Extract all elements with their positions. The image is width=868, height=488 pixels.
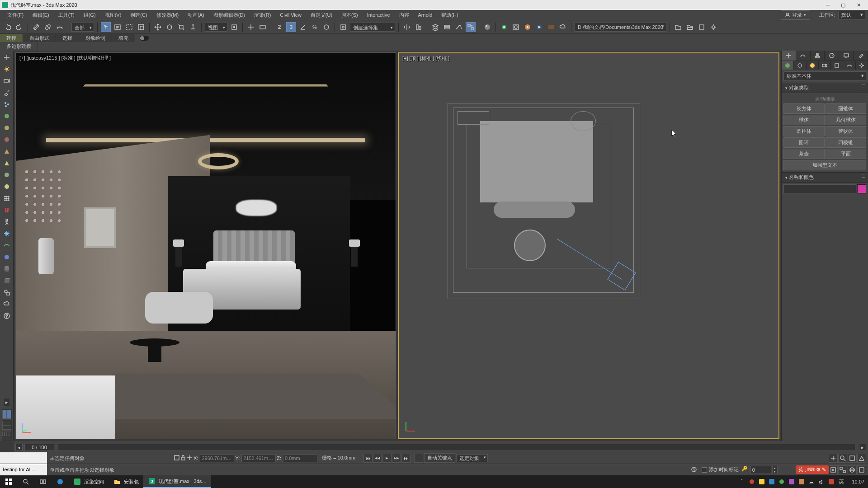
menu-interactive[interactable]: Interactive	[363, 11, 395, 19]
layout-2v-button[interactable]	[2, 409, 12, 419]
tray-network-icon[interactable]	[807, 478, 816, 486]
manipulate-button[interactable]	[246, 22, 256, 32]
align-button[interactable]	[414, 22, 424, 32]
ribbon-tab-objectpaint[interactable]: 对象绘制	[79, 34, 112, 42]
frame-spinner[interactable]: ▴▾	[772, 466, 778, 474]
dock-flyout-arrow[interactable]: ▸	[4, 399, 9, 406]
sphere-icon[interactable]	[2, 111, 12, 121]
set-key-button[interactable]	[414, 454, 423, 463]
mirror-button[interactable]	[402, 22, 412, 32]
toggle-ribbon-button[interactable]	[442, 22, 452, 32]
maximize-viewport-button[interactable]	[857, 465, 866, 474]
timeconfig-icon[interactable]	[691, 466, 697, 474]
schematic-view-button[interactable]	[466, 22, 476, 32]
ribbon-sub-polymodeling[interactable]: 多边形建模	[0, 42, 38, 51]
redo-button[interactable]	[14, 22, 24, 32]
taskbar-clock[interactable]: 10:07	[848, 479, 868, 484]
maxscript-listener-2[interactable]: Testing for AL…	[0, 464, 47, 475]
move-button[interactable]	[153, 22, 163, 32]
tray-app6-icon[interactable]	[797, 478, 806, 486]
viewport-camera[interactable]: [+] [justeasy1215 ] [标准 ] [默认明暗处理 ]	[15, 52, 396, 439]
bind-spacewrap-button[interactable]	[55, 22, 65, 32]
create-tab[interactable]	[782, 51, 796, 61]
picker-icon[interactable]	[2, 88, 12, 98]
named-selection-dropdown[interactable]: 创建选择集	[350, 23, 395, 32]
menu-civilview[interactable]: Civil View	[275, 11, 306, 19]
percent-snap-button[interactable]: %	[310, 22, 320, 32]
tray-app2-icon[interactable]	[758, 478, 766, 486]
maximize-button[interactable]: ▢	[835, 0, 851, 10]
autokey-button[interactable]: 自动关键点	[424, 453, 455, 463]
goto-start-button[interactable]: ⏮	[363, 454, 373, 463]
menu-arnold[interactable]: Arnold	[414, 11, 437, 19]
current-frame-input[interactable]	[750, 466, 771, 474]
camera-dock-icon[interactable]	[2, 76, 12, 86]
system-tray[interactable]: ˄ 英	[735, 478, 848, 486]
key-mode-button[interactable]: 🔑	[741, 466, 750, 474]
timeslider-prev-button[interactable]: ◂	[15, 444, 23, 451]
keyboard-shortcut-button[interactable]	[258, 22, 268, 32]
cameras-subtab[interactable]	[819, 61, 831, 70]
ribbon-tab-populate[interactable]: 填充	[112, 34, 135, 42]
spacewrap-icon[interactable]	[2, 240, 12, 250]
play-button[interactable]: ▸	[382, 454, 392, 463]
sign-in-button[interactable]: 登录 ▾	[781, 10, 810, 20]
menu-tools[interactable]: 工具(T)	[54, 10, 79, 20]
render-setup-button[interactable]	[499, 22, 509, 32]
menu-modifiers[interactable]: 修改器(M)	[152, 10, 184, 20]
render-frame-button[interactable]	[511, 22, 521, 32]
fov-button[interactable]	[857, 454, 866, 463]
menu-file[interactable]: 文件(F)	[3, 10, 28, 20]
menu-edit[interactable]: 编辑(E)	[28, 10, 54, 20]
menu-rendering[interactable]: 渲染(R)	[250, 10, 275, 20]
undo-button[interactable]	[3, 22, 13, 32]
menu-animation[interactable]: 动画(A)	[183, 10, 209, 20]
object-type-rollout-header[interactable]: 对象类型	[782, 83, 868, 93]
project-settings-button[interactable]	[708, 22, 718, 32]
textplus-primitive-button[interactable]: 加强型文本	[783, 160, 866, 170]
name-color-rollout-header[interactable]: 名称和颜色	[782, 172, 868, 183]
spacewarps-subtab[interactable]	[843, 61, 855, 70]
workspace-dropdown[interactable]: 默认	[838, 11, 865, 19]
rotate-button[interactable]	[165, 22, 175, 32]
taskbar-item-2[interactable]: 3现代卧室.max - 3ds…	[143, 475, 211, 488]
layout-2h-button[interactable]	[2, 420, 12, 430]
angle-snap-button[interactable]	[298, 22, 308, 32]
pivot-center-button[interactable]	[229, 22, 239, 32]
menu-scripting[interactable]: 脚本(S)	[337, 10, 363, 20]
teapot-primitive-button[interactable]: 茶壶	[783, 149, 825, 159]
ribbon-tab-freeform[interactable]: 自由形式	[23, 34, 56, 42]
geosphere-primitive-button[interactable]: 几何球体	[826, 115, 867, 125]
tray-app3-icon[interactable]	[768, 478, 776, 486]
render-activeshade-button[interactable]	[546, 22, 556, 32]
close-button[interactable]: ✕	[851, 0, 866, 10]
menu-customize[interactable]: 自定义(U)	[306, 10, 337, 20]
selection-lock-icon[interactable]	[180, 455, 186, 462]
z-input[interactable]	[283, 454, 317, 462]
add-time-tag[interactable]: 添加时间标记	[702, 466, 739, 473]
layout-4-button[interactable]	[2, 431, 12, 441]
keyfilter-dropdown[interactable]: 选定对象	[456, 454, 488, 462]
lights-subtab[interactable]	[807, 61, 819, 70]
helpers-subtab[interactable]	[831, 61, 843, 70]
material-editor-button[interactable]	[482, 22, 492, 32]
taskbar-item-1[interactable]: 安装包	[108, 475, 143, 488]
menu-views[interactable]: 视图(V)	[100, 10, 126, 20]
edit-named-sel-button[interactable]	[338, 22, 348, 32]
render-prod-button[interactable]	[523, 22, 533, 32]
biped-icon[interactable]	[2, 217, 12, 227]
sphere6-icon[interactable]	[2, 252, 12, 262]
tube-primitive-button[interactable]: 管状体	[826, 126, 867, 136]
spinner-snap-button[interactable]	[321, 22, 331, 32]
prev-frame-button[interactable]: ◂◂	[373, 454, 382, 463]
viewport-camera-label[interactable]: [+] [justeasy1215 ] [标准 ] [默认明暗处理 ]	[19, 55, 111, 61]
atmospheric-icon[interactable]	[2, 299, 12, 309]
taskbar-item-0[interactable]: 渲染空间	[69, 475, 108, 488]
tray-volume-icon[interactable]	[817, 478, 826, 486]
start-button[interactable]	[0, 475, 17, 488]
zoom-button[interactable]	[838, 454, 847, 463]
next-frame-button[interactable]: ▸▸	[392, 454, 401, 463]
cylinder-primitive-button[interactable]: 圆柱体	[783, 126, 825, 136]
scale-button[interactable]	[176, 22, 186, 32]
zoom-all-button[interactable]	[848, 454, 857, 463]
